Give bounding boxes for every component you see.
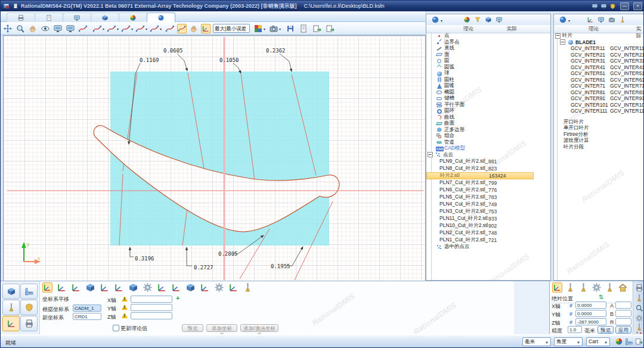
probe-b-icon[interactable] — [578, 282, 589, 293]
view-sphere-icon[interactable] — [463, 16, 470, 23]
display-sphere-icon[interactable] — [431, 15, 439, 24]
coordinate-button[interactable] — [2, 316, 20, 331]
probe-status-icon[interactable] — [615, 337, 623, 346]
strip-machine-icon[interactable] — [635, 284, 643, 292]
probe-cube-button[interactable] — [2, 284, 20, 299]
cs-rps-icon[interactable] — [200, 282, 210, 293]
col-actual[interactable]: 实际 — [507, 26, 517, 33]
ruler-status-icon[interactable] — [625, 337, 633, 346]
tab-blade-active[interactable] — [147, 13, 175, 23]
screen-icon[interactable] — [496, 16, 503, 23]
quick-menu-icon[interactable] — [13, 3, 18, 9]
pointcloud-item[interactable]: PLN10_Cut_叶片2.stl... 902 — [426, 222, 550, 229]
caliper-button[interactable] — [20, 284, 38, 299]
angle-value-input[interactable] — [615, 310, 631, 317]
curve-edit-dropdown-icon[interactable]: ▾ — [103, 27, 104, 31]
y-axis-input[interactable] — [131, 304, 172, 311]
home-icon[interactable] — [618, 282, 628, 293]
curve-section-dropdown-icon[interactable]: ▾ — [131, 27, 133, 31]
strip-probe-icon[interactable] — [635, 294, 643, 302]
blade-dropdown-icon[interactable]: ▾ — [568, 18, 570, 23]
curve-offset-dropdown-icon[interactable]: ▾ — [145, 27, 147, 31]
cs-cad-icon[interactable] — [128, 282, 138, 293]
pointcloud-item[interactable]: 叶片2.stl 163424 — [426, 172, 534, 179]
curve-edit-icon[interactable] — [92, 24, 102, 33]
gcv-item[interactable]: GCV_INTER71 GCV_INTER71 — [554, 83, 644, 89]
import-doc-icon[interactable] — [299, 24, 308, 33]
cs-point-icon[interactable] — [100, 282, 110, 293]
preview-button[interactable]: 预览 — [182, 324, 203, 332]
monitor-status-icon[interactable] — [592, 3, 598, 10]
cs-machine-icon[interactable] — [143, 282, 153, 293]
cs-misc-icon[interactable] — [243, 282, 253, 293]
tolerance-button[interactable] — [20, 300, 38, 315]
fit-view-icon[interactable] — [53, 24, 63, 33]
position-value-input[interactable] — [575, 310, 606, 317]
gcv-item[interactable]: GCV_INTER111 GCV_INTER111 — [554, 108, 644, 114]
export-icon[interactable] — [312, 24, 321, 33]
tab-probe[interactable] — [91, 13, 119, 23]
view-eye-icon[interactable] — [41, 24, 50, 33]
pointcloud-item[interactable]: PLN6_Cut_叶片2.stl_... 776 — [426, 187, 550, 194]
cs-iterative-icon[interactable] — [214, 282, 224, 293]
cs-6pt-icon[interactable] — [114, 282, 124, 293]
pos-transform-icon[interactable] — [552, 282, 562, 293]
cs-rotate-icon[interactable] — [57, 282, 67, 293]
pointcloud-item[interactable]: PLN5_Cut_叶片2.stl_... 783 — [426, 194, 550, 201]
gcv-item[interactable]: GCV_INTER91 GCV_INTER91 — [554, 95, 644, 102]
minimize-button[interactable]: — — [620, 2, 629, 10]
angle-value-input[interactable] — [615, 318, 631, 325]
colormap-icon[interactable] — [253, 24, 263, 33]
collapse-icon[interactable] — [428, 152, 433, 157]
pointcloud-item[interactable]: PLN7_Cut_叶片2.stl_... 799 — [426, 179, 550, 187]
probe-a-icon[interactable] — [565, 282, 575, 293]
strip-settings-icon[interactable] — [635, 314, 643, 322]
strip-zoom-icon[interactable] — [635, 304, 643, 312]
gcv-item[interactable]: GCV_INTER41 GCV_INTER41 — [554, 64, 644, 71]
pos-apply-button[interactable]: 应用 — [615, 326, 631, 334]
precision-input[interactable] — [568, 326, 582, 333]
gcv-item[interactable]: GCV_INTER81 GCV_INTER81 — [554, 89, 644, 96]
gcv-item[interactable]: GCV_INTER101 GCV_INTER101 — [554, 102, 644, 108]
gcv-item[interactable]: GCV_INTER61 GCV_INTER61 — [554, 77, 644, 83]
unit-combo[interactable]: 毫米▼ — [522, 337, 551, 346]
pointcloud-item[interactable]: PLN1_Cut_叶片2.stl_... 721 — [426, 237, 550, 244]
cs-translate-icon[interactable] — [42, 282, 52, 293]
position-value-input[interactable] — [575, 302, 606, 309]
export-status-icon[interactable] — [634, 337, 643, 346]
analysis-item[interactable]: 叶片分段 — [554, 144, 644, 151]
curve-offset-icon[interactable] — [135, 24, 145, 33]
curve-section-icon[interactable] — [121, 24, 131, 33]
collapse-icon[interactable] — [560, 39, 565, 45]
cs-bestfit-icon[interactable] — [185, 282, 196, 293]
x-axis-input[interactable] — [131, 296, 172, 303]
curve-compare-dropdown-icon[interactable]: ▾ — [160, 27, 162, 31]
selected-cloud-item[interactable]: 选中的点云 — [426, 244, 550, 250]
coord-combo[interactable]: Cart▼ — [586, 337, 610, 346]
swap-icon[interactable]: ⇅ — [599, 294, 603, 300]
add-value-icon[interactable]: + — [176, 294, 179, 302]
probe-button[interactable] — [2, 300, 20, 315]
curve-project-icon[interactable] — [107, 24, 116, 33]
close-button[interactable]: × — [633, 2, 642, 10]
monitor-status-icon-2[interactable] — [600, 3, 607, 10]
cs-swap-icon[interactable] — [71, 282, 81, 293]
tab-window[interactable] — [63, 13, 91, 23]
add-activate-cs-button[interactable]: 添加/激活坐标系 — [240, 324, 278, 332]
new-cs-input[interactable] — [73, 313, 101, 320]
curve-fit-icon[interactable] — [165, 24, 175, 33]
tab-measure[interactable] — [119, 13, 147, 23]
angle-combo[interactable]: 角度▼ — [554, 337, 583, 346]
snapshot-icon[interactable] — [269, 24, 278, 33]
cs-save-icon[interactable] — [228, 282, 239, 293]
filter-icon[interactable] — [474, 16, 481, 23]
position-value-input[interactable] — [575, 318, 606, 325]
viewport-canvas[interactable]: 0.1169 0.0605 0.1050 0.2362 0.3196 0.272… — [4, 36, 425, 281]
pointcloud-root[interactable]: 点云 — [426, 152, 550, 159]
pointcloud-item[interactable]: PLN9_Cut_叶片2.stl_... 881 — [426, 158, 550, 165]
section-extract-toggle-icon[interactable] — [177, 24, 187, 33]
brush-tool-icon[interactable] — [189, 24, 199, 33]
move-tool-icon[interactable] — [3, 24, 13, 33]
snapshot-dropdown-icon[interactable]: ▾ — [279, 27, 281, 31]
window-view-icon[interactable] — [66, 24, 75, 33]
